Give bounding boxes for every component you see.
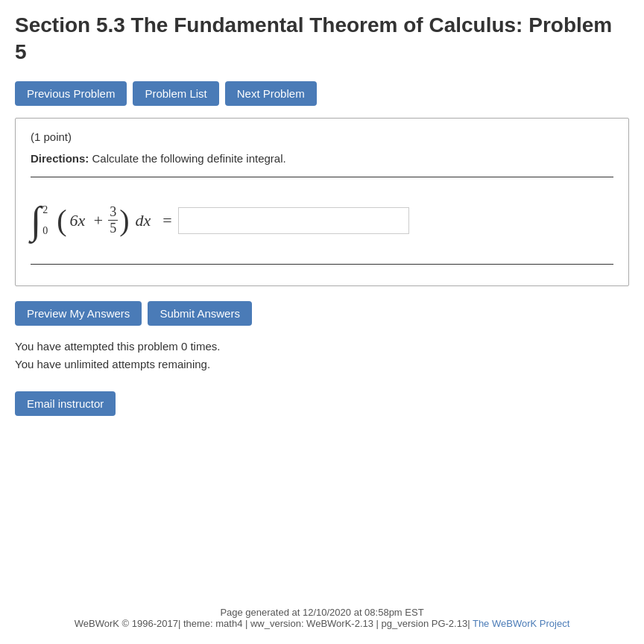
footer-webwork-info: WeBWorK © 1996-2017| theme: math4 | ww_v…	[0, 618, 644, 629]
preview-answers-button[interactable]: Preview My Answers	[15, 301, 142, 326]
previous-problem-button[interactable]: Previous Problem	[15, 81, 127, 106]
expr-plus: +	[92, 211, 104, 230]
page-title: Section 5.3 The Fundamental Theorem of C…	[15, 12, 629, 66]
integral-limits: 2 0	[42, 204, 48, 237]
problem-box: (1 point) Directions: Calculate the foll…	[15, 118, 629, 286]
fraction-denominator: 5	[108, 221, 118, 236]
integral-row: ∫ 2 0 ( 6x + 3 5 ) dx =	[31, 186, 613, 255]
attempts-line2: You have unlimited attempts remaining.	[15, 356, 629, 373]
integral-lower-limit: 0	[42, 225, 48, 237]
submit-answers-button[interactable]: Submit Answers	[148, 301, 252, 326]
footer-webwork-link[interactable]: The WeBWorK Project	[473, 618, 569, 629]
directions-text: Calculate the following definite integra…	[92, 152, 286, 165]
equals-sign: =	[162, 211, 171, 230]
right-paren: )	[119, 206, 129, 236]
divider-bottom	[31, 264, 613, 265]
fraction-3-5: 3 5	[108, 204, 118, 236]
directions-container: Directions: Calculate the following defi…	[31, 152, 613, 165]
next-problem-button[interactable]: Next Problem	[225, 81, 317, 106]
footer-generated-text: Page generated at 12/10/2020 at 08:58pm …	[0, 607, 644, 618]
integral-symbol-container: ∫ 2 0	[31, 201, 51, 240]
divider-top	[31, 177, 613, 177]
integral-symbol: ∫	[31, 201, 41, 240]
email-instructor-button[interactable]: Email instructor	[15, 391, 116, 416]
dx-text: dx	[136, 211, 151, 230]
expr-6x: 6x	[70, 211, 86, 230]
directions-label: Directions:	[31, 152, 89, 165]
footer: Page generated at 12/10/2020 at 08:58pm …	[0, 607, 644, 629]
fraction-numerator: 3	[108, 204, 118, 221]
nav-buttons: Previous Problem Problem List Next Probl…	[15, 81, 629, 106]
attempt-info: You have attempted this problem 0 times.…	[15, 338, 629, 373]
left-paren: (	[57, 206, 66, 236]
answer-input[interactable]	[178, 207, 409, 234]
action-buttons: Preview My Answers Submit Answers	[15, 301, 629, 326]
problem-list-button[interactable]: Problem List	[133, 81, 218, 106]
attempts-line1: You have attempted this problem 0 times.	[15, 338, 629, 356]
integral-upper-limit: 2	[42, 204, 48, 216]
footer-webwork-text: WeBWorK © 1996-2017| theme: math4 | ww_v…	[75, 618, 470, 629]
points-label: (1 point)	[31, 130, 613, 143]
